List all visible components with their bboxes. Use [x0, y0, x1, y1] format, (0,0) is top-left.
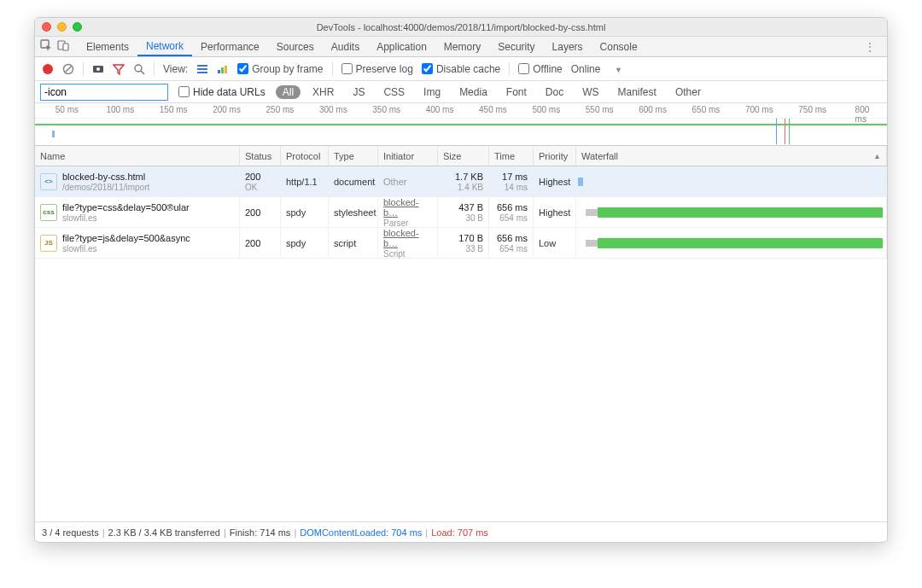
waterfall-bar	[598, 238, 883, 248]
hide-data-urls-checkbox[interactable]: Hide data URLs	[178, 86, 266, 98]
size-transfer: 437 B	[458, 202, 483, 212]
col-name[interactable]: Name	[35, 146, 240, 166]
tab-security[interactable]: Security	[489, 37, 543, 56]
search-icon[interactable]	[133, 63, 145, 75]
throttling-select[interactable]: Online ▼	[571, 63, 622, 75]
time-total: 17 ms	[502, 172, 528, 182]
col-type[interactable]: Type	[329, 146, 378, 166]
request-path: slowfil.es	[62, 244, 190, 253]
status-requests: 3 / 4 requests	[42, 527, 99, 538]
waterfall-cell	[576, 166, 887, 196]
size-resource: 33 B	[465, 244, 483, 253]
group-by-frame-label: Group by frame	[252, 63, 323, 75]
table-row[interactable]: <>blocked-by-css.html/demos/2018/11/impo…	[35, 166, 887, 197]
time-total: 656 ms	[497, 233, 528, 243]
type-filter-js[interactable]: JS	[346, 85, 371, 99]
type-filter-font[interactable]: Font	[499, 85, 534, 99]
type-filter-other[interactable]: Other	[668, 85, 708, 99]
timeline-tick: 400 ms	[426, 105, 454, 114]
waterfall-cell	[576, 228, 887, 258]
type-filter-media[interactable]: Media	[452, 85, 494, 99]
status-bar: 3 / 4 requests | 2.3 KB / 3.4 KB transfe…	[35, 521, 887, 542]
inspect-element-icon[interactable]	[40, 39, 52, 54]
status-dcl: DOMContentLoaded: 704 ms	[300, 527, 422, 538]
col-time[interactable]: Time	[489, 146, 534, 166]
priority: Highest	[539, 177, 570, 187]
timeline-tick: 350 ms	[372, 105, 400, 114]
table-row[interactable]: cssfile?type=css&delay=500®ularslowfil.e…	[35, 197, 887, 228]
load-marker	[785, 119, 785, 144]
timeline-tick: 500 ms	[532, 105, 560, 114]
tab-application[interactable]: Application	[368, 37, 435, 56]
type-filter-xhr[interactable]: XHR	[306, 85, 341, 99]
device-toolbar-icon[interactable]	[57, 39, 69, 54]
overview-track	[35, 124, 887, 125]
type-filter-css[interactable]: CSS	[376, 85, 411, 99]
tab-layers[interactable]: Layers	[544, 37, 592, 56]
panel-tabs: ElementsNetworkPerformanceSourcesAuditsA…	[35, 37, 887, 57]
view-label: View:	[163, 63, 188, 75]
waterfall-bar	[578, 178, 583, 186]
timeline-tick: 150 ms	[160, 105, 188, 114]
col-protocol[interactable]: Protocol	[281, 146, 329, 166]
col-waterfall[interactable]: Waterfall ▲	[576, 146, 887, 166]
group-by-frame-checkbox[interactable]: Group by frame	[237, 63, 323, 75]
resource-type: document	[334, 177, 372, 187]
overview-bar	[52, 131, 55, 137]
svg-rect-14	[225, 66, 227, 73]
clear-icon[interactable]	[62, 63, 74, 75]
timeline-tick: 550 ms	[586, 105, 614, 114]
preserve-log-checkbox[interactable]: Preserve log	[341, 63, 413, 75]
timeline-tick: 700 ms	[745, 105, 773, 114]
size-transfer: 1.7 KB	[455, 172, 483, 182]
window-title: DevTools - localhost:4000/demos/2018/11/…	[35, 22, 887, 32]
col-size[interactable]: Size	[438, 146, 489, 166]
filter-bar: Hide data URLs AllXHRJSCSSImgMediaFontDo…	[35, 81, 887, 103]
requests-table: Name Status Protocol Type Initiator Size…	[35, 146, 887, 521]
tab-performance[interactable]: Performance	[192, 37, 268, 56]
waterfall-wait	[586, 240, 598, 247]
offline-checkbox[interactable]: Offline	[518, 63, 562, 75]
tab-sources[interactable]: Sources	[268, 37, 323, 56]
timeline-tick: 250 ms	[266, 105, 295, 114]
request-name: file?type=js&delay=500&async	[62, 233, 190, 243]
protocol: http/1.1	[286, 177, 323, 187]
type-filter-all[interactable]: All	[276, 85, 301, 99]
tab-elements[interactable]: Elements	[78, 37, 137, 56]
col-status[interactable]: Status	[240, 146, 281, 166]
svg-point-7	[135, 65, 142, 72]
tab-memory[interactable]: Memory	[435, 37, 489, 56]
col-initiator[interactable]: Initiator	[378, 146, 438, 166]
timeline-tick: 300 ms	[319, 105, 347, 114]
status-transferred: 2.3 KB / 3.4 KB transferred	[108, 527, 220, 538]
status-code: 200	[245, 207, 275, 218]
size-resource: 30 B	[465, 213, 483, 223]
svg-line-8	[141, 71, 144, 74]
tab-network[interactable]: Network	[137, 37, 192, 56]
type-filter-ws[interactable]: WS	[575, 85, 605, 99]
initiator-type: Script	[383, 249, 432, 259]
type-filter-doc[interactable]: Doc	[539, 85, 570, 99]
disable-cache-checkbox[interactable]: Disable cache	[422, 63, 500, 75]
overview-icon[interactable]	[217, 63, 229, 75]
overview-timeline[interactable]: 50 ms100 ms150 ms200 ms250 ms300 ms350 m…	[35, 103, 887, 146]
table-header: Name Status Protocol Type Initiator Size…	[35, 146, 887, 166]
tab-audits[interactable]: Audits	[323, 37, 368, 56]
initiator-link[interactable]: blocked-b…	[383, 228, 432, 248]
divider	[83, 62, 84, 76]
tab-console[interactable]: Console	[592, 37, 646, 56]
more-menu-icon[interactable]: ⋮	[858, 41, 882, 53]
type-filter-img[interactable]: Img	[417, 85, 447, 99]
filter-icon[interactable]	[113, 63, 125, 75]
large-rows-icon[interactable]	[196, 63, 208, 75]
initiator-link[interactable]: blocked-b…	[383, 197, 432, 218]
record-icon[interactable]	[42, 63, 54, 75]
waterfall-cell	[576, 197, 887, 227]
capture-screenshots-icon[interactable]	[92, 63, 104, 75]
table-row[interactable]: JSfile?type=js&delay=500&asyncslowfil.es…	[35, 228, 887, 259]
time-latency: 654 ms	[499, 213, 528, 223]
type-filter-manifest[interactable]: Manifest	[611, 85, 663, 99]
filter-input[interactable]	[40, 84, 168, 101]
timeline-tick: 600 ms	[639, 105, 667, 114]
col-priority[interactable]: Priority	[534, 146, 576, 166]
